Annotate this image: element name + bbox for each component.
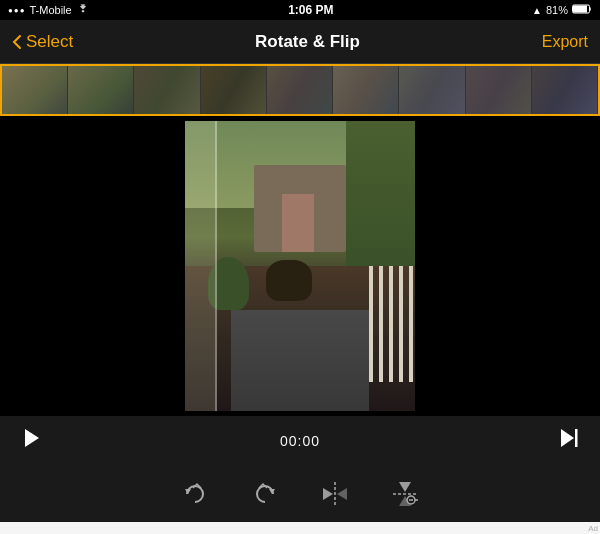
film-frame[interactable]	[134, 66, 200, 114]
svg-marker-3	[561, 429, 574, 447]
ad-banner[interactable]: verizon✓ Verizon Official Site › Ad	[0, 522, 600, 534]
status-bar: ●●● T-Mobile 1:06 PM ▲ 81%	[0, 0, 600, 20]
scene-dog	[266, 260, 312, 301]
signal-strength: ●●●	[8, 6, 26, 15]
scene-overlay	[185, 121, 217, 411]
scene-path	[231, 310, 369, 412]
film-frame[interactable]	[68, 66, 134, 114]
film-frame[interactable]	[532, 66, 598, 114]
video-scene	[185, 121, 415, 411]
controls-area: 00:00	[0, 416, 600, 466]
svg-marker-5	[185, 489, 191, 494]
back-button[interactable]: Select	[12, 32, 73, 52]
svg-marker-2	[25, 429, 39, 447]
film-strip-inner	[2, 66, 598, 114]
location-icon: ▲	[532, 5, 542, 16]
video-area	[0, 116, 600, 416]
film-strip[interactable]	[0, 64, 600, 116]
film-frame[interactable]	[466, 66, 532, 114]
battery-icon	[572, 4, 592, 16]
svg-marker-11	[399, 482, 411, 492]
film-frame[interactable]	[267, 66, 333, 114]
video-frame[interactable]	[185, 121, 415, 411]
film-frame[interactable]	[201, 66, 267, 114]
film-frame[interactable]	[333, 66, 399, 114]
play-button[interactable]	[20, 427, 42, 455]
scene-trees	[346, 121, 415, 266]
rotate-left-button[interactable]	[175, 474, 215, 514]
svg-marker-12	[399, 496, 411, 506]
svg-marker-9	[337, 488, 347, 500]
ad-label: Ad	[588, 524, 598, 533]
svg-marker-6	[269, 489, 275, 494]
svg-marker-8	[323, 488, 333, 500]
wifi-icon	[76, 4, 90, 16]
tools-area	[0, 466, 600, 522]
battery-percent: 81%	[546, 4, 568, 16]
carrier-name: T-Mobile	[30, 4, 72, 16]
rotate-right-button[interactable]	[245, 474, 285, 514]
status-left: ●●● T-Mobile	[8, 4, 90, 16]
back-label: Select	[26, 32, 73, 52]
clock: 1:06 PM	[288, 3, 333, 17]
nav-bar: Select Rotate & Flip Export	[0, 20, 600, 64]
film-frame[interactable]	[2, 66, 68, 114]
svg-rect-1	[573, 6, 586, 12]
page-title: Rotate & Flip	[255, 32, 360, 52]
time-display: 00:00	[280, 433, 320, 449]
flip-vertical-button[interactable]	[385, 474, 425, 514]
skip-to-end-button[interactable]	[558, 427, 580, 455]
film-frame[interactable]	[399, 66, 465, 114]
export-button[interactable]: Export	[542, 33, 588, 51]
scene-door	[282, 194, 314, 252]
flip-horizontal-button[interactable]	[315, 474, 355, 514]
svg-rect-4	[575, 429, 578, 447]
status-right: ▲ 81%	[532, 4, 592, 16]
scene-fence	[369, 266, 415, 382]
